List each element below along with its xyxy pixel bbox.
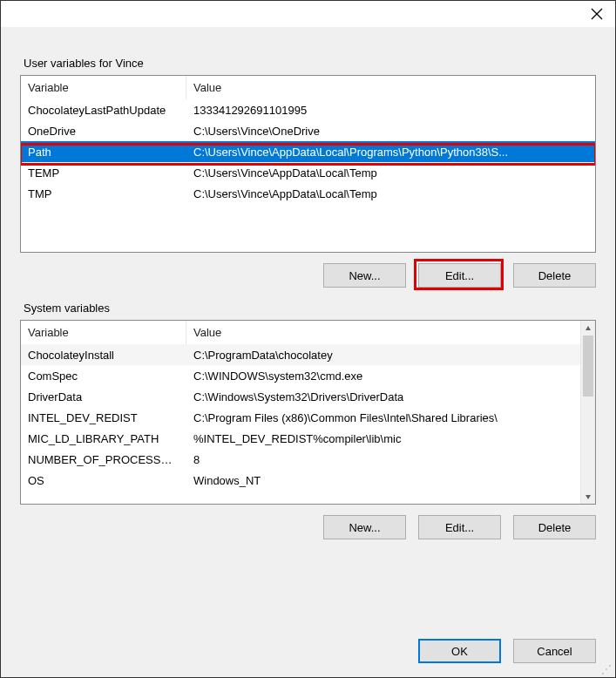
table-row[interactable]: OneDrive C:\Users\Vince\OneDrive bbox=[21, 120, 595, 141]
system-var-buttons: New... Edit... Delete bbox=[20, 515, 596, 539]
cell-val: C:\Program Files (x86)\Common Files\Inte… bbox=[186, 410, 595, 426]
table-row[interactable]: TEMP C:\Users\Vince\AppData\Local\Temp bbox=[21, 162, 595, 183]
cell-val: C:\Windows\System32\Drivers\DriverData bbox=[186, 389, 595, 405]
list-header: Variable Value bbox=[21, 321, 595, 344]
cell-var: MIC_LD_LIBRARY_PATH bbox=[21, 431, 186, 447]
cell-var: INTEL_DEV_REDIST bbox=[21, 410, 186, 426]
scroll-thumb[interactable] bbox=[583, 336, 593, 397]
table-row[interactable]: INTEL_DEV_REDIST C:\Program Files (x86)\… bbox=[21, 407, 595, 428]
table-row[interactable]: NUMBER_OF_PROCESSORS 8 bbox=[21, 449, 595, 470]
edit-button[interactable]: Edit... bbox=[418, 263, 501, 288]
table-row[interactable]: ChocolateyLastPathUpdate 133341292691101… bbox=[21, 99, 595, 120]
table-row[interactable]: DriverData C:\Windows\System32\Drivers\D… bbox=[21, 386, 595, 407]
cell-val: C:\Users\Vince\AppData\Local\Programs\Py… bbox=[186, 144, 595, 160]
titlebar bbox=[1, 1, 615, 27]
cell-var: Path bbox=[21, 144, 186, 160]
delete-button[interactable]: Delete bbox=[513, 515, 596, 539]
user-var-buttons: New... Edit... Delete bbox=[20, 263, 596, 288]
scroll-down-icon[interactable] bbox=[581, 489, 595, 504]
table-row[interactable]: ComSpec C:\WINDOWS\system32\cmd.exe bbox=[21, 365, 595, 386]
scroll-track[interactable] bbox=[581, 397, 595, 489]
user-variables-list[interactable]: Variable Value ChocolateyLastPathUpdate … bbox=[20, 75, 596, 253]
cell-val: 8 bbox=[186, 451, 595, 468]
resize-grip-icon[interactable]: ⋰ bbox=[601, 663, 612, 674]
table-row[interactable]: ChocolateyInstall C:\ProgramData\chocola… bbox=[21, 344, 595, 365]
edit-button[interactable]: Edit... bbox=[418, 515, 501, 539]
ok-button[interactable]: OK bbox=[418, 639, 501, 663]
table-row[interactable]: TMP C:\Users\Vince\AppData\Local\Temp bbox=[21, 183, 595, 204]
cell-var: OneDrive bbox=[21, 123, 186, 139]
user-variables-label: User variables for Vince bbox=[24, 57, 596, 70]
cell-val: Windows_NT bbox=[186, 472, 595, 489]
cell-val: C:\Users\Vince\AppData\Local\Temp bbox=[186, 165, 595, 181]
cell-val: 133341292691101995 bbox=[186, 102, 595, 119]
cell-var: ComSpec bbox=[21, 368, 186, 384]
cell-val: C:\Users\Vince\AppData\Local\Temp bbox=[186, 186, 595, 202]
cell-var: TEMP bbox=[21, 165, 186, 181]
table-row[interactable]: OS Windows_NT bbox=[21, 470, 595, 491]
svg-marker-2 bbox=[586, 326, 591, 330]
content-area: User variables for Vince Variable Value … bbox=[1, 27, 615, 677]
cell-var: DriverData bbox=[21, 389, 186, 405]
col-value[interactable]: Value bbox=[186, 76, 595, 99]
cell-var: TMP bbox=[21, 186, 186, 202]
cell-var: ChocolateyInstall bbox=[21, 347, 186, 363]
cell-val: C:\WINDOWS\system32\cmd.exe bbox=[186, 368, 595, 384]
system-variables-list[interactable]: Variable Value ChocolateyInstall C:\Prog… bbox=[20, 320, 596, 505]
table-row[interactable]: Path C:\Users\Vince\AppData\Local\Progra… bbox=[21, 141, 595, 162]
close-icon[interactable] bbox=[591, 8, 603, 20]
dialog-footer-buttons: OK Cancel bbox=[418, 639, 596, 663]
cell-val: %INTEL_DEV_REDIST%compiler\lib\mic bbox=[186, 431, 595, 447]
svg-marker-3 bbox=[586, 495, 591, 499]
delete-button[interactable]: Delete bbox=[513, 263, 596, 288]
col-value[interactable]: Value bbox=[186, 321, 595, 344]
cell-val: C:\Users\Vince\OneDrive bbox=[186, 123, 595, 139]
col-variable[interactable]: Variable bbox=[21, 76, 186, 99]
cell-val: C:\ProgramData\chocolatey bbox=[186, 347, 595, 363]
cancel-button[interactable]: Cancel bbox=[513, 639, 596, 663]
new-button[interactable]: New... bbox=[323, 515, 406, 539]
cell-var: ChocolateyLastPathUpdate bbox=[21, 102, 186, 119]
scroll-up-icon[interactable] bbox=[581, 321, 595, 336]
scrollbar-vertical[interactable] bbox=[580, 321, 595, 504]
cell-var: OS bbox=[21, 472, 186, 489]
col-variable[interactable]: Variable bbox=[21, 321, 186, 344]
list-header: Variable Value bbox=[21, 76, 595, 99]
new-button[interactable]: New... bbox=[323, 263, 406, 288]
cell-var: NUMBER_OF_PROCESSORS bbox=[21, 451, 186, 468]
system-variables-label: System variables bbox=[24, 302, 596, 315]
table-row[interactable]: MIC_LD_LIBRARY_PATH %INTEL_DEV_REDIST%co… bbox=[21, 428, 595, 449]
